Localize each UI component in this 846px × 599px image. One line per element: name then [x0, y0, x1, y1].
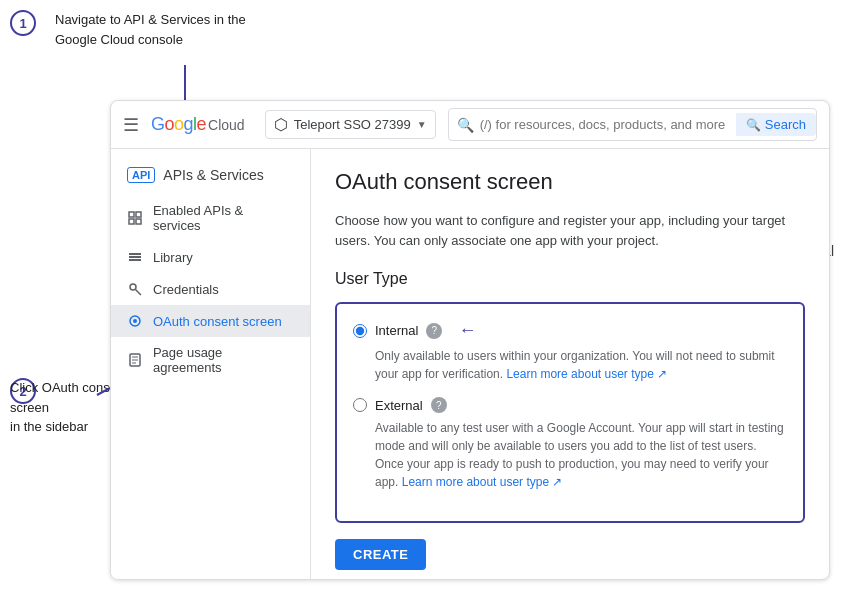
- external-help-icon[interactable]: ?: [431, 397, 447, 413]
- svg-rect-3: [136, 219, 141, 224]
- internal-learn-more-link[interactable]: Learn more about user type ↗: [506, 367, 667, 381]
- search-bar: 🔍 🔍 Search: [448, 108, 817, 141]
- search-input[interactable]: [480, 117, 730, 132]
- hamburger-icon[interactable]: ☰: [123, 114, 139, 136]
- arrow-indicator: ←: [458, 320, 476, 341]
- sidebar-item-page-usage[interactable]: Page usage agreements: [111, 337, 310, 383]
- search-icon: 🔍: [457, 117, 474, 133]
- svg-rect-0: [129, 212, 134, 217]
- svg-rect-6: [129, 259, 141, 261]
- main-layout: API APIs & Services Enabled APIs & servi…: [111, 149, 829, 579]
- console-window: ☰ Google Cloud ⬡ Teleport SSO 27399 ▼ 🔍 …: [110, 100, 830, 580]
- content-area: OAuth consent screen Choose how you want…: [311, 149, 829, 579]
- external-learn-more-link[interactable]: Learn more about user type ↗: [402, 475, 563, 489]
- page-usage-icon: [127, 352, 143, 368]
- step1-label: Navigate to API & Services in the Google…: [55, 10, 246, 49]
- top-bar: ☰ Google Cloud ⬡ Teleport SSO 27399 ▼ 🔍 …: [111, 101, 829, 149]
- svg-point-10: [133, 319, 137, 323]
- sidebar-item-label: Library: [153, 250, 193, 265]
- sidebar-item-credentials[interactable]: Credentials: [111, 273, 310, 305]
- sidebar-item-label: Enabled APIs & services: [153, 203, 294, 233]
- internal-label: Internal: [375, 323, 418, 338]
- sidebar-header: API APIs & Services: [111, 159, 310, 195]
- svg-line-8: [136, 290, 142, 296]
- sidebar-item-label: OAuth consent screen: [153, 314, 282, 329]
- sidebar-item-label: Page usage agreements: [153, 345, 294, 375]
- svg-point-7: [130, 284, 136, 290]
- credentials-icon: [127, 281, 143, 297]
- description: Choose how you want to configure and reg…: [335, 211, 805, 250]
- internal-help-icon[interactable]: ?: [426, 323, 442, 339]
- svg-rect-2: [129, 219, 134, 224]
- svg-rect-1: [136, 212, 141, 217]
- sidebar-item-library[interactable]: Library: [111, 241, 310, 273]
- google-cloud-logo: Google Cloud: [151, 114, 245, 135]
- section-title: User Type: [335, 270, 805, 288]
- page-title: OAuth consent screen: [335, 169, 805, 195]
- create-button[interactable]: CREATE: [335, 539, 426, 570]
- internal-option[interactable]: Internal ? ←: [353, 320, 787, 341]
- sidebar-item-label: Credentials: [153, 282, 219, 297]
- project-selector[interactable]: ⬡ Teleport SSO 27399 ▼: [265, 110, 436, 139]
- external-radio[interactable]: [353, 398, 367, 412]
- library-icon: [127, 249, 143, 265]
- external-description: Available to any test user with a Google…: [375, 419, 787, 491]
- svg-rect-4: [129, 253, 141, 255]
- sidebar-item-enabled-apis[interactable]: Enabled APIs & services: [111, 195, 310, 241]
- internal-description: Only available to users within your orga…: [375, 347, 787, 383]
- oauth-icon: [127, 313, 143, 329]
- sidebar: API APIs & Services Enabled APIs & servi…: [111, 149, 311, 579]
- external-option[interactable]: External ?: [353, 397, 787, 413]
- step1-number: 1: [10, 10, 36, 36]
- options-container: Internal ? ← Only available to users wit…: [335, 302, 805, 523]
- internal-radio[interactable]: [353, 324, 367, 338]
- external-label: External: [375, 398, 423, 413]
- svg-rect-5: [129, 256, 141, 258]
- sidebar-item-oauth-consent[interactable]: OAuth consent screen: [111, 305, 310, 337]
- search-button[interactable]: 🔍 Search: [736, 113, 816, 136]
- enabled-apis-icon: [127, 210, 143, 226]
